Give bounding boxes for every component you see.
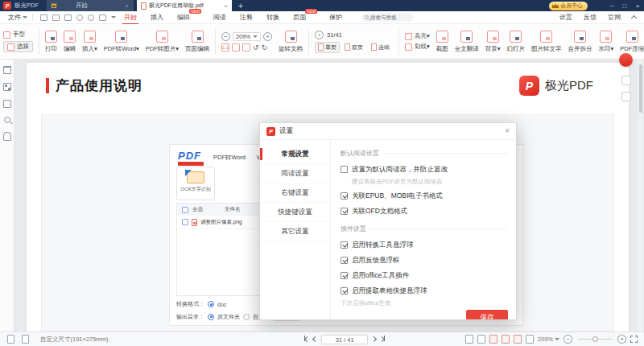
layout-fit-width-icon[interactable]	[502, 335, 510, 344]
next-page-button[interactable]	[371, 336, 377, 342]
checkbox[interactable]	[341, 241, 348, 249]
comment-icon[interactable]	[3, 100, 11, 108]
merge-split-button[interactable]: 合并拆分	[565, 31, 596, 53]
layout-continuous-icon[interactable]	[489, 335, 497, 344]
tab-document[interactable]: 极光PDF使用帮助.pdf ×	[137, 0, 232, 11]
actual-size-button[interactable]: 1:1	[221, 43, 229, 51]
member-center-button[interactable]: 会员中心	[549, 2, 588, 10]
zoom-level-select[interactable]: 209%	[233, 32, 261, 41]
chevron-down-icon[interactable]	[111, 16, 116, 19]
menu-protect[interactable]: 保护	[329, 11, 342, 24]
dialog-close-icon[interactable]: ×	[505, 127, 510, 135]
zoom-in-button[interactable]: +	[617, 335, 626, 344]
fit-width-button[interactable]	[232, 43, 240, 51]
side-widget-icon[interactable]	[621, 92, 631, 101]
slideshow-button[interactable]: 幻灯片	[504, 31, 529, 53]
nav-other-settings[interactable]: 其它设置	[260, 222, 330, 241]
highlight-button[interactable]: 高亮▾	[405, 32, 430, 40]
screenshot-button[interactable]: 截图	[433, 31, 452, 53]
checkbox[interactable]	[341, 192, 348, 200]
menu-page[interactable]: 页面NEW	[293, 11, 306, 24]
continuous-button[interactable]: 连续	[368, 42, 393, 53]
tab-close-icon[interactable]: ×	[125, 2, 129, 10]
watermark-button[interactable]: 水印▾	[596, 31, 617, 53]
pdf-to-image-button[interactable]: PDF转图片▾	[142, 31, 182, 53]
print-icon[interactable]	[64, 14, 72, 21]
checkbox[interactable]	[341, 257, 348, 264]
search-input[interactable]	[370, 14, 411, 20]
edit-button[interactable]: 编辑	[60, 31, 79, 53]
menu-start[interactable]: 开始	[124, 11, 137, 24]
bookmark-icon[interactable]	[3, 66, 11, 74]
last-page-button[interactable]	[380, 336, 385, 343]
zoom-out-button[interactable]: −	[221, 32, 230, 41]
page-layout-icon[interactable]	[22, 335, 29, 344]
new-tab-button[interactable]: +	[238, 2, 243, 10]
option-office-plugin[interactable]: 启用office工具插件	[341, 271, 508, 281]
rotate-doc-button[interactable]: 旋转文档	[275, 31, 306, 53]
tab-close-icon[interactable]: ×	[224, 2, 228, 10]
search-box[interactable]	[361, 13, 413, 22]
nav-rightclick-settings[interactable]: 右键设置	[260, 183, 330, 203]
prev-page-button[interactable]	[312, 336, 318, 342]
translate-button[interactable]: 全文翻译	[452, 31, 482, 53]
option-feedback-float[interactable]: 启用反馈悬浮框	[341, 256, 508, 266]
underline-button[interactable]: 划线▾	[405, 43, 430, 51]
official-site-link[interactable]: 官网	[608, 13, 621, 22]
option-table-extract-float[interactable]: 启用提取表格快捷悬浮球	[341, 286, 508, 296]
open-folder-icon[interactable]	[40, 14, 47, 21]
undo-icon[interactable]	[76, 14, 83, 21]
option-convert-float[interactable]: 启用转换工具悬浮球	[341, 241, 508, 250]
option-default-reader[interactable]: 设置为默认阅读器，并防止篡改	[341, 165, 508, 175]
hand-tool-button[interactable]: 手型	[3, 31, 33, 39]
scrollbar-thumb[interactable]	[639, 64, 642, 113]
floating-red-badge[interactable]	[619, 53, 633, 67]
save-button[interactable]: 保存	[466, 310, 508, 319]
side-widget-icon[interactable]	[621, 76, 631, 85]
settings-link[interactable]: 设置	[559, 13, 572, 22]
redo-icon[interactable]	[88, 14, 94, 21]
layout-book-icon[interactable]	[477, 335, 485, 344]
menu-convert[interactable]: 转换	[266, 11, 279, 24]
zoom-slider-handle[interactable]	[592, 336, 598, 342]
page-edit-button[interactable]: 页面编辑	[182, 31, 213, 53]
search-icon[interactable]	[4, 117, 10, 123]
page-size-icon[interactable]	[7, 335, 14, 344]
menu-edit[interactable]: 编辑NEW	[177, 11, 190, 24]
checkbox[interactable]	[341, 208, 348, 215]
background-button[interactable]: 背景▾	[482, 31, 504, 53]
fit-page-button[interactable]	[242, 43, 250, 51]
layout-double-icon[interactable]	[526, 335, 534, 344]
select-tool-button[interactable]: 选择	[3, 41, 33, 52]
compress-button[interactable]: PDF压缩	[617, 31, 644, 53]
rotate-cw-button[interactable]: ↻	[262, 43, 268, 51]
layout-single-icon[interactable]	[465, 335, 473, 344]
close-button[interactable]: ×	[631, 2, 644, 10]
double-page-button[interactable]: 双页	[341, 42, 366, 53]
nav-shortcut-settings[interactable]: 快捷键设置	[260, 203, 330, 222]
zoom-in-button[interactable]: +	[263, 32, 272, 41]
layout-fit-page-icon[interactable]	[514, 335, 522, 344]
nav-reading-settings[interactable]: 阅读设置	[260, 164, 330, 183]
insert-button[interactable]: 插入▾	[79, 31, 101, 53]
minimize-button[interactable]: −	[605, 2, 618, 10]
menu-read[interactable]: 阅读	[213, 11, 226, 24]
nav-general-settings[interactable]: 常规设置	[260, 145, 330, 164]
rotate-ccw-button[interactable]: ↺	[253, 43, 259, 51]
fullscreen-icon[interactable]	[630, 336, 638, 343]
file-menu[interactable]: 文件	[8, 13, 27, 22]
option-epub-mobi[interactable]: 关联EPUB、MOBI电子书格式	[341, 192, 508, 201]
pdf-to-word-button[interactable]: PDF转Word▾	[101, 31, 142, 53]
zoom-slider[interactable]	[578, 339, 612, 340]
tab-home[interactable]: 开始 ×	[47, 0, 134, 11]
print-button[interactable]: 打印	[42, 31, 60, 53]
zoom-level-select[interactable]: 209%	[538, 336, 559, 343]
image-to-text-button[interactable]: 图片转文字	[528, 31, 565, 53]
zoom-out-button[interactable]: −	[564, 335, 572, 344]
menu-annotate[interactable]: 注释	[240, 11, 253, 24]
collapse-ribbon-icon[interactable]	[631, 15, 637, 21]
checkbox[interactable]	[341, 272, 348, 279]
page-number-input[interactable]: 31 / 41	[321, 335, 368, 344]
maximize-button[interactable]: □	[618, 2, 631, 10]
save-icon[interactable]	[52, 14, 60, 21]
